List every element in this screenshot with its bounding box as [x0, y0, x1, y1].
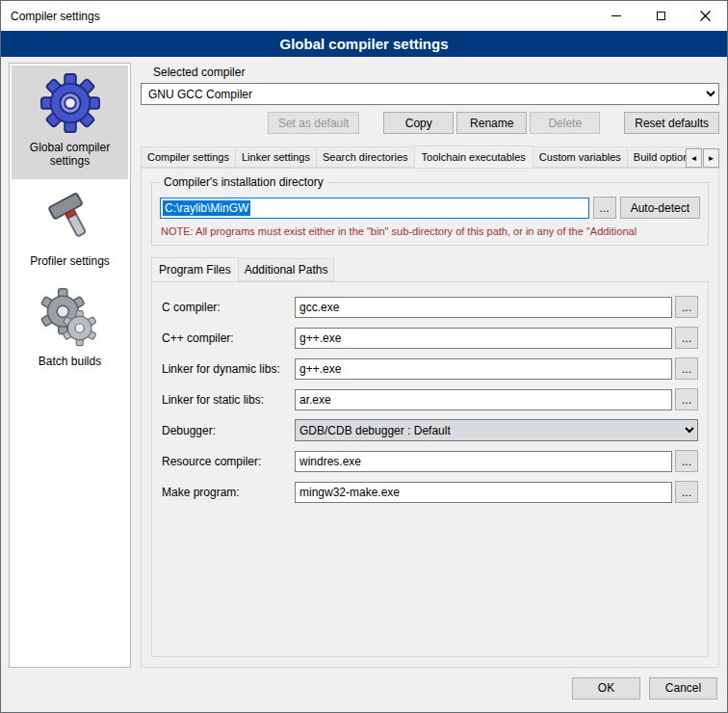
- form-row-linker-dynamic: Linker for dynamic libs: ...: [162, 357, 698, 380]
- linker-static-label: Linker for static libs:: [162, 393, 295, 407]
- main-panel: Selected compiler GNU GCC Compiler Set a…: [141, 63, 719, 668]
- window-title: Compiler settings: [1, 10, 594, 23]
- c-compiler-browse-button[interactable]: ...: [675, 296, 698, 318]
- banner-title: Global compiler settings: [279, 36, 448, 52]
- c-compiler-label: C compiler:: [162, 301, 295, 314]
- sidebar-item-global-compiler-settings[interactable]: Global compiler settings: [12, 66, 128, 179]
- compiler-settings-dialog: Compiler settings Global compiler settin…: [0, 0, 728, 713]
- form-row-make-program: Make program: ...: [162, 481, 698, 503]
- linker-dynamic-input[interactable]: [295, 358, 672, 380]
- sub-tabs: Program Files Additional Paths: [151, 257, 709, 281]
- delete-button[interactable]: Delete: [530, 112, 600, 134]
- debugger-dropdown[interactable]: GDB/CDB debugger : Default: [295, 419, 698, 441]
- form-row-linker-static: Linker for static libs: ...: [162, 388, 698, 410]
- tab-custom-variables[interactable]: Custom variables: [533, 146, 628, 168]
- debugger-label: Debugger:: [162, 424, 295, 437]
- tab-linker-settings[interactable]: Linker settings: [235, 146, 317, 168]
- reset-defaults-button[interactable]: Reset defaults: [624, 112, 719, 134]
- c-compiler-input[interactable]: [295, 297, 672, 318]
- titlebar: Compiler settings: [1, 1, 727, 31]
- tab-compiler-settings[interactable]: Compiler settings: [141, 146, 236, 168]
- installation-directory-group: Compiler's installation directory C:\ray…: [151, 182, 709, 246]
- auto-detect-button[interactable]: Auto-detect: [620, 197, 700, 219]
- installation-directory-row: C:\raylib\MinGW ... Auto-detect: [160, 197, 700, 219]
- linker-dynamic-label: Linker for dynamic libs:: [162, 362, 295, 376]
- tab-toolchain-executables[interactable]: Toolchain executables: [414, 145, 533, 168]
- make-program-browse-button[interactable]: ...: [675, 481, 698, 503]
- cpp-compiler-input[interactable]: [295, 328, 672, 349]
- sidebar-item-label: Global compiler settings: [15, 141, 124, 168]
- ok-button[interactable]: OK: [572, 677, 640, 700]
- tab-search-directories[interactable]: Search directories: [316, 146, 415, 168]
- linker-static-input[interactable]: [295, 389, 672, 410]
- sidebar-item-profiler-settings[interactable]: Profiler settings: [12, 179, 128, 279]
- gray-gears-icon: [40, 287, 100, 347]
- cpp-compiler-browse-button[interactable]: ...: [675, 327, 698, 349]
- blue-gear-icon: [40, 73, 100, 133]
- toolchain-executables-panel: Compiler's installation directory C:\ray…: [141, 168, 719, 668]
- sidebar-item-batch-builds[interactable]: Batch builds: [12, 279, 128, 380]
- maximize-button[interactable]: [638, 1, 683, 31]
- close-icon: [700, 11, 711, 21]
- programs-note: NOTE: All programs must exist either in …: [161, 225, 700, 237]
- program-files-panel: C compiler: ... C++ compiler: ...: [151, 281, 709, 657]
- dialog-banner: Global compiler settings: [1, 31, 727, 57]
- linker-static-browse-button[interactable]: ...: [675, 388, 698, 410]
- subtab-program-files[interactable]: Program Files: [151, 257, 239, 281]
- set-as-default-button[interactable]: Set as default: [268, 112, 359, 134]
- tab-scroll-left-icon[interactable]: ◄: [686, 148, 702, 168]
- compiler-actions: Set as default Copy Rename Delete Reset …: [141, 112, 719, 134]
- cancel-button[interactable]: Cancel: [649, 677, 717, 700]
- copy-button[interactable]: Copy: [383, 112, 454, 134]
- form-row-debugger: Debugger: GDB/CDB debugger : Default: [162, 419, 698, 441]
- subtab-additional-paths[interactable]: Additional Paths: [238, 258, 335, 281]
- rename-button[interactable]: Rename: [456, 112, 527, 134]
- installation-directory-title: Compiler's installation directory: [160, 175, 327, 189]
- make-program-input[interactable]: [295, 482, 672, 503]
- install-dir-input[interactable]: C:\raylib\MinGW: [160, 198, 589, 219]
- install-dir-value: C:\raylib\MinGW: [163, 200, 250, 216]
- main-tab-strip: Compiler settings Linker settings Search…: [141, 145, 719, 168]
- dialog-content: Global compiler settings Profiler settin…: [1, 57, 727, 670]
- resource-compiler-label: Resource compiler:: [162, 455, 295, 468]
- maximize-icon: [657, 12, 665, 20]
- form-row-resource-compiler: Resource compiler: ...: [162, 450, 698, 472]
- resource-compiler-browse-button[interactable]: ...: [675, 450, 698, 472]
- minimize-icon: [611, 15, 621, 16]
- form-row-cpp-compiler: C++ compiler: ...: [162, 327, 698, 349]
- tab-scroll-right-icon[interactable]: ►: [703, 148, 719, 168]
- selected-compiler-label: Selected compiler: [153, 66, 719, 79]
- dialog-footer: OK Cancel: [1, 670, 727, 712]
- window-controls: [594, 1, 727, 31]
- install-dir-browse-button[interactable]: ...: [593, 197, 616, 219]
- resource-compiler-input[interactable]: [295, 451, 672, 472]
- tab-scroll-buttons: ◄ ►: [686, 148, 719, 168]
- settings-sidebar: Global compiler settings Profiler settin…: [9, 63, 131, 668]
- make-program-label: Make program:: [162, 486, 295, 499]
- main-tabs: Compiler settings Linker settings Search…: [141, 145, 719, 168]
- cpp-compiler-label: C++ compiler:: [162, 331, 295, 345]
- profiler-tool-icon: [40, 187, 100, 247]
- minimize-button[interactable]: [594, 1, 638, 31]
- close-button[interactable]: [683, 1, 727, 31]
- selected-compiler-dropdown[interactable]: GNU GCC Compiler: [141, 83, 719, 105]
- linker-dynamic-browse-button[interactable]: ...: [675, 357, 698, 380]
- sidebar-item-label: Batch builds: [39, 355, 101, 368]
- sidebar-item-label: Profiler settings: [30, 254, 110, 268]
- sub-tab-strip: Program Files Additional Paths: [151, 257, 709, 281]
- form-row-c-compiler: C compiler: ...: [162, 296, 698, 318]
